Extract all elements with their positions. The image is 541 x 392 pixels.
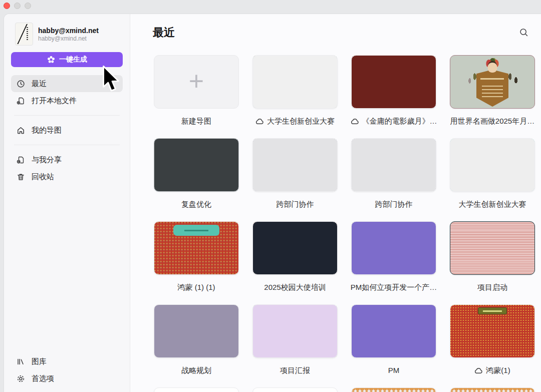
file-thumbnail (154, 304, 239, 358)
sidebar-item-label: 最近 (32, 79, 47, 89)
file-card[interactable]: PM (351, 304, 436, 387)
file-card[interactable]: 《金庸的電影歲月》… (351, 55, 436, 138)
file-thumbnail (154, 138, 239, 192)
file-card-label: 鸿蒙 (1) (1) (154, 282, 239, 292)
trash-icon (16, 172, 25, 181)
file-card-label: 项目汇报 (252, 365, 338, 375)
file-card-label: 复盘优化 (154, 199, 239, 209)
file-card[interactable]: 大学生创新创业大赛 (252, 55, 338, 138)
sidebar-item-label: 我的导图 (32, 126, 62, 135)
file-card-partial[interactable] (450, 387, 535, 392)
file-thumbnail (252, 138, 338, 192)
file-thumbnail (252, 304, 338, 358)
file-thumbnail (450, 304, 535, 358)
file-card-label: 项目启动 (450, 282, 535, 292)
file-card-label: 大学生创新创业大赛 (450, 199, 535, 209)
file-card-label: PM如何立项开发一个产… (351, 282, 436, 292)
file-card[interactable]: 大学生创新创业大赛 (450, 138, 535, 221)
account-name: habby@xmind.net (38, 26, 99, 35)
gear-icon (16, 374, 25, 383)
file-card[interactable]: 鸿蒙(1) (450, 304, 535, 387)
file-card-partial[interactable] (252, 387, 338, 392)
library-icon (16, 357, 25, 366)
file-card-label: 跨部门协作 (351, 199, 436, 209)
sidebar-nav: 最近 打开本地文件 (11, 75, 123, 109)
file-thumbnail (252, 387, 338, 392)
file-name: 用世界名画做2025年月… (450, 116, 534, 126)
file-thumbnail (154, 55, 239, 109)
file-thumbnail (351, 138, 436, 192)
home-icon (16, 126, 25, 135)
one-click-generate-button[interactable]: 一键生成 (11, 52, 123, 67)
file-card-partial[interactable] (154, 387, 239, 392)
sidebar-item-preferences[interactable]: 首选项 (11, 370, 123, 387)
file-card-partial[interactable] (351, 387, 436, 392)
file-card-label: 《金庸的電影歲月》… (351, 116, 436, 126)
sidebar-item-label: 首选项 (32, 374, 54, 383)
traffic-light-close[interactable] (4, 3, 10, 9)
file-card[interactable]: 复盘优化 (154, 138, 239, 221)
sidebar-item-trash[interactable]: 回收站 (11, 168, 123, 185)
file-name: 项目启动 (477, 282, 507, 292)
file-thumbnail (252, 55, 338, 109)
file-card-label: 战略规划 (154, 365, 239, 375)
file-card[interactable]: 用世界名画做2025年月… (450, 55, 535, 138)
search-icon[interactable] (519, 28, 529, 38)
file-thumbnail (154, 221, 239, 275)
titlebar (0, 0, 541, 14)
file-thumbnail (351, 221, 436, 275)
sidebar: habby@xmind.net habby@xmind.net 一键生成 最近 (4, 14, 130, 392)
sidebar-item-label: 与我分享 (32, 155, 62, 165)
sidebar-item-shared-with-me[interactable]: 与我分享 (11, 151, 123, 168)
cloud-icon (255, 118, 264, 125)
new-map-card[interactable]: 新建导图 (154, 55, 239, 138)
app-window: habby@xmind.net habby@xmind.net 一键生成 最近 (4, 14, 541, 392)
traffic-light-zoom (25, 3, 31, 9)
file-card[interactable]: PM如何立项开发一个产… (351, 221, 436, 304)
sidebar-divider (14, 115, 120, 116)
file-card[interactable]: 2025校园大使培训 (252, 221, 338, 304)
shared-doc-icon (16, 155, 25, 164)
account-email: habby@xmind.net (38, 35, 99, 43)
file-name: 新建导图 (181, 116, 211, 126)
file-thumbnail (450, 55, 535, 109)
avatar (15, 23, 33, 46)
file-thumbnail (450, 138, 535, 192)
sidebar-item-gallery[interactable]: 图库 (11, 353, 123, 370)
recent-grid: 新建导图 大学生创新创业大赛 《金庸的電影歲月》… 用世界名画做2025年月… (154, 55, 535, 392)
file-thumbnail (351, 304, 436, 358)
file-card[interactable]: 鸿蒙 (1) (1) (154, 221, 239, 304)
sidebar-item-open-local-file[interactable]: 打开本地文件 (11, 92, 123, 109)
traffic-light-minimize (14, 3, 21, 9)
file-card[interactable]: 跨部门协作 (252, 138, 338, 221)
clock-icon (16, 79, 25, 88)
file-card-label: 2025校园大使培训 (252, 282, 338, 292)
sidebar-item-label: 图库 (32, 357, 47, 366)
file-card-label: 用世界名画做2025年月… (450, 116, 535, 126)
file-name: 跨部门协作 (375, 199, 413, 209)
file-card[interactable]: 项目启动 (450, 221, 535, 304)
file-card-label: 跨部门协作 (252, 199, 338, 209)
file-name: 鸿蒙(1) (486, 365, 510, 375)
file-card-label: 新建导图 (154, 116, 239, 126)
account-section[interactable]: habby@xmind.net habby@xmind.net (11, 22, 123, 46)
sidebar-nav-mid: 我的导图 (11, 122, 123, 139)
file-card[interactable]: 项目汇报 (252, 304, 338, 387)
main-content: 最近 新建导图 大学生创新创业大赛 《金庸的電影歲月》… (130, 14, 541, 392)
cloud-icon (474, 367, 483, 374)
file-thumbnail (450, 387, 535, 392)
file-name: PM (388, 365, 400, 375)
file-thumbnail (154, 387, 239, 392)
sidebar-item-label: 回收站 (32, 172, 54, 182)
sidebar-item-my-maps[interactable]: 我的导图 (11, 122, 123, 139)
sidebar-nav-share: 与我分享 回收站 (11, 151, 123, 185)
file-name: 战略规划 (181, 365, 211, 375)
file-card[interactable]: 跨部门协作 (351, 138, 436, 221)
sidebar-divider (14, 145, 120, 145)
file-name: 鸿蒙 (1) (1) (178, 282, 215, 292)
file-card-label: PM (351, 365, 436, 375)
file-card[interactable]: 战略规划 (154, 304, 239, 387)
sidebar-item-recent[interactable]: 最近 (11, 75, 123, 92)
file-name: PM如何立项开发一个产… (351, 282, 437, 292)
file-name: 《金庸的電影歲月》… (362, 116, 437, 126)
